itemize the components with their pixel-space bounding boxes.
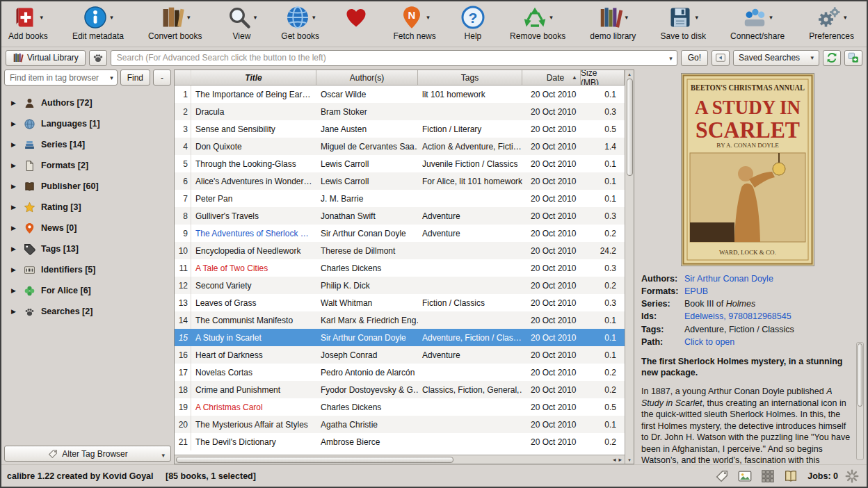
book-date-cell[interactable]: 20 Oct 2010 [522,207,581,225]
dropdown-arrow-icon[interactable]: ▾ [426,14,430,21]
book-authors-cell[interactable]: J. M. Barrie [316,190,418,207]
book-date-cell[interactable]: 20 Oct 2010 [522,381,581,398]
dropdown-arrow-icon[interactable]: ▾ [695,14,698,21]
dropdown-arrow-icon[interactable]: ▾ [844,14,847,21]
tag-browser-item-authors[interactable]: ▶Authors [72] [4,92,171,113]
book-size-cell[interactable]: 24.2 [581,242,625,259]
scroll-right-icon[interactable]: ▸ [618,456,622,463]
book-title-cell[interactable]: The Communist Manifesto [191,311,316,329]
book-size-cell[interactable]: 0.5 [581,120,625,138]
toolbar-button-connect-share[interactable]: ▾Connect/share [728,3,787,42]
book-date-cell[interactable]: 20 Oct 2010 [522,103,581,120]
book-authors-cell[interactable]: Karl Marx & Friedrich Eng… [316,311,418,329]
book-authors-cell[interactable]: Sir Arthur Conan Doyle [316,329,418,346]
dropdown-arrow-icon[interactable]: ▾ [312,14,316,21]
book-row-10[interactable]: 10Encyclopedia of NeedleworkTherese de D… [175,242,625,259]
book-row-number[interactable]: 5 [175,155,191,172]
expand-arrow-icon[interactable]: ▶ [11,245,18,252]
book-row-7[interactable]: 7Peter PanJ. M. Barrie20 Oct 20100.1 [175,190,625,207]
book-row-8[interactable]: 8Gulliver's TravelsJonathan SwiftAdventu… [175,207,625,225]
book-row-number[interactable]: 14 [175,311,191,329]
book-row-17[interactable]: 17Novelas CortasPedro Antonio de Alarcón… [175,364,625,381]
book-row-number[interactable]: 3 [175,120,191,138]
toolbar-button-edit-metadata[interactable]: ▾Edit metadata [70,3,127,42]
horizontal-scrollbar-arrows[interactable]: ◂ ▸ [613,456,623,463]
scroll-up-icon[interactable]: ▴ [628,70,631,78]
search-history-dropdown-icon[interactable]: ▾ [669,55,673,62]
book-date-cell[interactable]: 20 Oct 2010 [522,346,581,364]
dropdown-arrow-icon[interactable]: ▾ [549,14,553,21]
book-tags-cell[interactable] [418,364,522,381]
tag-browser-item-news[interactable]: ▶News [0] [4,218,171,238]
book-row-19[interactable]: 19A Christmas CarolCharles Dickens20 Oct… [175,398,625,416]
book-size-cell[interactable]: 0.3 [581,207,625,225]
book-tags-cell[interactable]: lit 101 homework [418,86,522,103]
expand-arrow-icon[interactable]: ▶ [11,287,18,294]
book-row-number[interactable]: 2 [175,103,191,120]
book-size-cell[interactable]: 0.2 [581,277,625,294]
book-date-cell[interactable]: 20 Oct 2010 [522,138,581,155]
book-authors-cell[interactable]: Jane Austen [316,120,418,138]
book-authors-cell[interactable]: Ambrose Bierce [316,433,418,450]
book-row-11[interactable]: 11A Tale of Two CitiesCharles Dickens20 … [175,259,625,277]
book-size-cell[interactable]: 0.1 [581,416,625,433]
dropdown-arrow-icon[interactable]: ▾ [40,14,44,21]
toggle-cover-grid-button[interactable] [759,467,777,485]
book-title-cell[interactable]: Novelas Cortas [191,364,316,381]
book-title-cell[interactable]: Leaves of Grass [191,294,316,311]
book-row-number[interactable]: 6 [175,172,191,190]
tag-browser-item-rating[interactable]: ▶Rating [3] [4,197,171,218]
book-title-cell[interactable]: Heart of Darkness [191,346,316,364]
book-tags-cell[interactable]: For Alice, lit 101 homework [418,172,522,190]
book-tags-cell[interactable]: Adventure [418,225,522,242]
book-size-cell[interactable]: 0.2 [581,364,625,381]
book-tags-cell[interactable] [418,242,522,259]
tag-browser-item-identifiers[interactable]: ▶Identifiers [5] [4,259,171,280]
book-row-18[interactable]: 18Crime and PunishmentFyodor Dostoyevsky… [175,381,625,398]
toggle-book-details-button[interactable] [782,467,800,485]
book-row-number[interactable]: 1 [175,86,191,103]
details-scrollbar-thumb[interactable] [858,343,862,407]
book-authors-cell[interactable]: Joseph Conrad [316,346,418,364]
book-title-cell[interactable]: The Mysterious Affair at Styles [191,416,316,433]
horizontal-scrollbar-thumb[interactable] [176,457,453,463]
book-size-cell[interactable]: 0.2 [581,433,625,450]
book-authors-cell[interactable]: Bram Stoker [316,103,418,120]
book-title-cell[interactable]: The Devil's Dictionary [191,433,316,450]
book-title-cell[interactable]: Gulliver's Travels [191,207,316,225]
format-link[interactable]: EPUB [684,285,708,298]
book-title-cell[interactable]: Through the Looking-Glass [191,155,316,172]
tag-browser-collapse-button[interactable]: - [153,70,171,86]
book-title-cell[interactable]: A Christmas Carol [191,398,316,416]
book-size-cell[interactable]: 0.5 [581,398,625,416]
book-row-number[interactable]: 15 [175,329,191,346]
book-title-cell[interactable]: The Importance of Being Ear… [191,86,316,103]
book-row-number[interactable]: 19 [175,398,191,416]
horizontal-scrollbar[interactable]: ◂ ▸ [175,455,625,464]
book-authors-cell[interactable]: Sir Arthur Conan Doyle [316,225,418,242]
add-saved-search-button[interactable] [844,50,862,66]
book-authors-cell[interactable]: Jonathan Swift [316,207,418,225]
book-size-cell[interactable]: 0.3 [581,259,625,277]
toolbar-button-save-to-disk[interactable]: ▾Save to disk [658,3,709,42]
book-size-cell[interactable]: 0.1 [581,329,625,346]
book-size-cell[interactable]: 0.1 [581,346,625,364]
book-tags-cell[interactable]: Adventure, Fiction / Clas… [418,329,522,346]
toolbar-button-view[interactable]: ▾View [224,3,260,42]
book-row-number[interactable]: 20 [175,416,191,433]
header-size[interactable]: Size (MB) [581,70,625,85]
tag-browser-item-searches[interactable]: ▶Searches [2] [4,301,171,322]
book-row-number[interactable]: 11 [175,259,191,277]
book-row-13[interactable]: 13Leaves of GrassWalt WhitmanFiction / C… [175,294,625,311]
book-title-cell[interactable]: Encyclopedia of Needlework [191,242,316,259]
book-authors-cell[interactable]: Therese de Dillmont [316,242,418,259]
book-size-cell[interactable]: 0.1 [581,311,625,329]
book-size-cell[interactable]: 0.1 [581,86,625,103]
expand-arrow-icon[interactable]: ▶ [11,225,18,231]
book-title-cell[interactable]: Alice's Adventures in Wonder… [191,172,316,190]
book-authors-cell[interactable]: Walt Whitman [316,294,418,311]
book-row-20[interactable]: 20The Mysterious Affair at StylesAgatha … [175,416,625,433]
book-row-number[interactable]: 12 [175,277,191,294]
book-row-3[interactable]: 3Sense and SensibilityJane AustenFiction… [175,120,625,138]
book-tags-cell[interactable] [418,259,522,277]
